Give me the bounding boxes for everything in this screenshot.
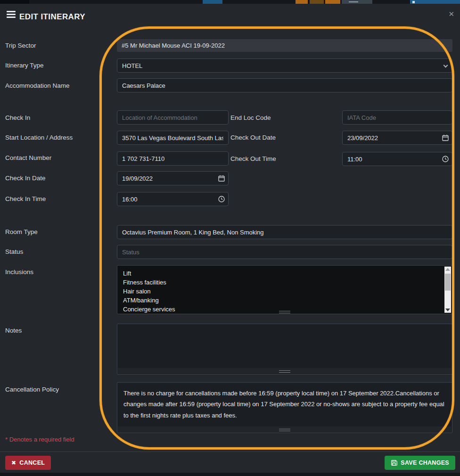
check-out-time-input[interactable] (342, 152, 452, 166)
status-input[interactable] (117, 245, 452, 259)
bg-strip-segment (410, 0, 460, 4)
chevron-down-icon (444, 63, 448, 68)
background-bottom-strip (0, 473, 460, 476)
background-page-strip (0, 0, 460, 4)
x-icon: ✖ (11, 459, 16, 466)
label-end-loc-code: End Loc Code (230, 114, 271, 121)
label-check-in: Check In (5, 114, 30, 121)
accommodation-name-input[interactable] (117, 78, 452, 92)
label-check-out-date: Check Out Date (230, 134, 276, 141)
close-icon[interactable]: ✕ (448, 10, 454, 17)
page-title: EDIT ITINERARY (19, 12, 85, 22)
required-field-note: * Denotes a required field (5, 436, 74, 443)
bg-strip-segment (310, 0, 324, 4)
menu-icon (7, 11, 16, 18)
inclusion-option[interactable]: Lift (117, 269, 452, 278)
label-notes: Notes (5, 327, 22, 334)
cancellation-policy-box: There is no charge for cancellations mad… (117, 382, 452, 433)
start-location-input[interactable] (117, 131, 229, 145)
bg-strip-segment (296, 0, 308, 4)
resize-grip[interactable] (279, 370, 290, 373)
scrollbar-thumb[interactable] (445, 274, 451, 291)
check-in-time-field[interactable] (117, 192, 229, 206)
notes-box (117, 324, 452, 375)
bg-strip-segment (325, 0, 340, 4)
bg-strip-segment (203, 0, 222, 4)
scroll-down-icon[interactable] (445, 309, 450, 311)
label-itinerary-type: Itinerary Type (5, 62, 44, 69)
cancellation-policy-textarea[interactable]: There is no charge for cancellations mad… (118, 383, 452, 426)
clock-icon[interactable] (442, 155, 449, 163)
scroll-up-icon[interactable] (445, 268, 450, 271)
label-check-in-time: Check In Time (5, 195, 46, 202)
room-type-input[interactable] (117, 225, 452, 239)
modal-header: EDIT ITINERARY ✕ (0, 4, 460, 27)
trip-sector-input[interactable] (117, 39, 452, 52)
check-out-date-field[interactable] (342, 131, 452, 145)
label-accommodation-name: Accommodation Name (5, 82, 70, 89)
itinerary-type-select[interactable]: HOTEL (117, 58, 452, 73)
itinerary-type-value: HOTEL (122, 62, 142, 69)
clock-icon[interactable] (218, 195, 225, 203)
inclusions-listbox[interactable]: Lift Fitness facilities Hair salon ATM/b… (117, 265, 452, 314)
save-changes-button[interactable]: SAVE CHANGES (385, 456, 455, 470)
label-room-type: Room Type (5, 228, 38, 235)
resize-grip[interactable] (279, 429, 290, 431)
cancel-button-label: CANCEL (19, 459, 45, 466)
inclusion-option[interactable]: Hair salon (117, 287, 452, 296)
contact-number-input[interactable] (117, 151, 229, 166)
check-out-time-field[interactable] (342, 152, 452, 166)
bg-strip-segment (412, 1, 415, 3)
label-check-in-date: Check In Date (5, 175, 46, 182)
scrollbar[interactable] (444, 267, 451, 313)
resize-grip[interactable] (279, 311, 290, 313)
bg-strip-segment (0, 0, 29, 4)
calendar-icon[interactable] (442, 134, 449, 142)
save-button-label: SAVE CHANGES (401, 459, 449, 466)
edit-itinerary-modal: EDIT ITINERARY ✕ Trip Sector Itinerary T… (0, 0, 460, 476)
label-trip-sector: Trip Sector (5, 42, 36, 49)
calendar-icon[interactable] (218, 175, 225, 182)
label-status: Status (5, 248, 23, 255)
label-inclusions: Inclusions (5, 268, 33, 276)
label-contact-number: Contact Number (5, 154, 51, 161)
check-in-date-field[interactable] (117, 171, 229, 185)
inclusion-option[interactable]: ATM/banking (117, 296, 452, 305)
check-in-date-input[interactable] (117, 171, 229, 185)
footer-divider (0, 451, 460, 452)
end-loc-code-input[interactable] (342, 110, 452, 125)
label-cancellation-policy: Cancellation Policy (5, 386, 59, 393)
label-check-out-time: Check Out Time (230, 155, 276, 162)
check-in-time-input[interactable] (117, 192, 229, 206)
notes-textarea[interactable] (118, 324, 452, 367)
label-start-location: Start Location / Address (5, 134, 73, 141)
bg-strip-segment (349, 1, 358, 2)
cancel-button[interactable]: ✖ CANCEL (5, 456, 51, 470)
check-out-date-input[interactable] (342, 131, 452, 145)
floppy-icon (391, 459, 397, 466)
check-in-location-input[interactable] (117, 110, 229, 125)
inclusion-option[interactable]: Fitness facilities (117, 278, 452, 287)
